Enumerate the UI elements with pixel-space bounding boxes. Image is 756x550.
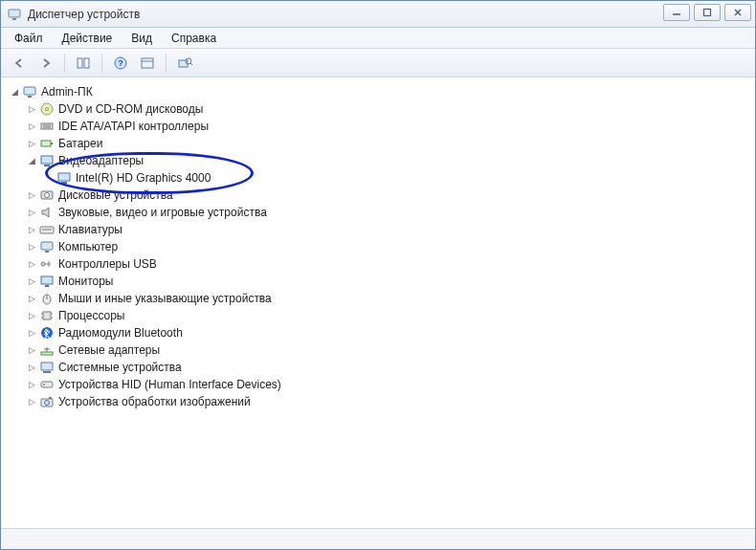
- properties-button[interactable]: [135, 53, 160, 74]
- tree-category-node[interactable]: ▷Мониторы: [26, 273, 751, 290]
- menu-file[interactable]: Файл: [5, 30, 53, 47]
- category-label: Батареи: [58, 137, 102, 150]
- expander-icon[interactable]: ▷: [26, 258, 37, 270]
- tree-category-node[interactable]: ▷Контроллеры USB: [26, 255, 751, 273]
- svg-line-14: [190, 63, 192, 65]
- tree-category-node[interactable]: ▷Звуковые, видео и игровые устройства: [26, 204, 751, 221]
- category-label: Контроллеры USB: [58, 257, 157, 271]
- expander-icon[interactable]: ▷: [26, 189, 37, 201]
- tree-category-node[interactable]: ▷IDE ATA/ATAPI контроллеры: [26, 118, 751, 135]
- tree-category-node[interactable]: ▷Мыши и иные указывающие устройства: [26, 290, 751, 307]
- tree-category-node[interactable]: ▷Системные устройства: [26, 359, 751, 376]
- back-button[interactable]: [7, 53, 32, 74]
- menu-action[interactable]: Действие: [53, 30, 122, 47]
- menu-help[interactable]: Справка: [162, 30, 226, 47]
- svg-rect-24: [41, 156, 53, 164]
- category-label: Видеоадаптеры: [58, 154, 144, 167]
- expander-icon[interactable]: ▷: [26, 344, 37, 356]
- expander-icon[interactable]: ▷: [26, 362, 37, 373]
- forward-button[interactable]: [33, 53, 58, 74]
- imaging-icon: [39, 394, 55, 409]
- scan-hardware-button[interactable]: [172, 53, 197, 74]
- tree-category-node[interactable]: ▷Дисковые устройства: [26, 187, 751, 204]
- display-icon: [39, 153, 55, 168]
- svg-point-49: [43, 384, 45, 385]
- expander-icon[interactable]: ▷: [26, 327, 37, 339]
- device-tree-panel[interactable]: ◢Admin-ПК▷DVD и CD-ROM дисководы▷IDE ATA…: [1, 77, 755, 528]
- expander-icon[interactable]: ▷: [26, 103, 37, 115]
- keyboard-icon: [39, 222, 55, 237]
- root-label: Admin-ПК: [41, 85, 93, 99]
- tree-category-node[interactable]: ◢Видеоадаптеры: [26, 152, 751, 169]
- svg-rect-48: [41, 382, 53, 387]
- svg-rect-0: [9, 10, 20, 17]
- svg-rect-6: [78, 58, 82, 68]
- app-icon: [7, 7, 22, 22]
- minimize-button[interactable]: [663, 4, 690, 21]
- svg-rect-27: [61, 182, 67, 184]
- tree-category-node[interactable]: ▷DVD и CD-ROM дисководы: [26, 100, 751, 118]
- tree-category-node[interactable]: ▷Устройства обработки изображений: [26, 393, 751, 410]
- tree-category-node[interactable]: ▷Клавиатуры: [26, 221, 751, 238]
- svg-rect-15: [24, 87, 35, 95]
- system-icon: [39, 360, 55, 375]
- svg-rect-23: [51, 143, 53, 144]
- svg-rect-25: [44, 165, 50, 166]
- tree-category-node[interactable]: ▷Сетевые адаптеры: [26, 341, 751, 359]
- expander-icon[interactable]: ▷: [26, 293, 37, 304]
- category-label: Компьютер: [58, 240, 118, 253]
- category-label: Звуковые, видео и игровые устройства: [58, 206, 267, 219]
- svg-rect-3: [704, 10, 711, 16]
- category-label: Процессоры: [58, 309, 125, 322]
- computer-icon: [39, 239, 55, 254]
- tree-category-node[interactable]: ▷Процессоры: [26, 307, 751, 324]
- svg-rect-7: [84, 58, 89, 68]
- expander-icon[interactable]: ▷: [26, 121, 37, 132]
- expander-icon[interactable]: ▷: [26, 396, 37, 407]
- expander-icon[interactable]: ◢: [26, 155, 37, 166]
- close-button[interactable]: [724, 4, 751, 21]
- tree-category-node[interactable]: ▷Компьютер: [26, 238, 751, 255]
- network-icon: [39, 342, 55, 358]
- help-button[interactable]: ?: [108, 53, 133, 74]
- expander-icon[interactable]: ▷: [26, 207, 37, 218]
- tree-root-node[interactable]: ◢Admin-ПК: [9, 83, 751, 100]
- maximize-button[interactable]: [694, 4, 721, 21]
- device-label: Intel(R) HD Graphics 4000: [76, 171, 211, 185]
- window-title: Диспетчер устройств: [28, 8, 140, 21]
- mouse-icon: [39, 291, 55, 306]
- expander-icon[interactable]: ▷: [26, 224, 37, 235]
- toolbar-separator: [64, 54, 65, 73]
- device-manager-window: Диспетчер устройств Файл Действие Вид Сп…: [0, 0, 756, 550]
- category-label: Сетевые адаптеры: [58, 343, 160, 357]
- menu-view[interactable]: Вид: [122, 30, 162, 47]
- svg-rect-33: [45, 251, 49, 253]
- menubar: Файл Действие Вид Справка: [1, 28, 755, 49]
- display-icon: [56, 170, 72, 186]
- svg-rect-16: [28, 96, 32, 98]
- expander-icon[interactable]: ▷: [26, 275, 37, 287]
- category-label: Дисковые устройства: [58, 188, 173, 202]
- expander-icon[interactable]: ▷: [26, 379, 37, 390]
- svg-rect-19: [41, 123, 53, 129]
- svg-point-44: [41, 327, 53, 339]
- category-label: Мыши и иные указывающие устройства: [58, 292, 272, 305]
- category-label: Системные устройства: [58, 361, 182, 374]
- svg-rect-52: [49, 397, 52, 399]
- audio-icon: [39, 205, 55, 220]
- tree-category-node[interactable]: ▷Батареи: [26, 135, 751, 152]
- expander-icon[interactable]: ▷: [26, 241, 37, 253]
- show-hide-tree-button[interactable]: [71, 53, 96, 74]
- expander-icon[interactable]: ▷: [26, 138, 37, 149]
- svg-rect-45: [41, 352, 53, 355]
- cpu-icon: [39, 308, 55, 323]
- svg-point-34: [41, 262, 45, 266]
- svg-point-29: [45, 193, 50, 198]
- tree-device-node[interactable]: Intel(R) HD Graphics 4000: [43, 169, 751, 187]
- svg-rect-32: [41, 242, 53, 250]
- category-label: Мониторы: [58, 275, 113, 288]
- expander-icon[interactable]: ◢: [9, 86, 20, 98]
- tree-category-node[interactable]: ▷Радиомодули Bluetooth: [26, 324, 751, 341]
- expander-icon[interactable]: ▷: [26, 310, 37, 321]
- tree-category-node[interactable]: ▷Устройства HID (Human Interface Devices…: [26, 376, 751, 393]
